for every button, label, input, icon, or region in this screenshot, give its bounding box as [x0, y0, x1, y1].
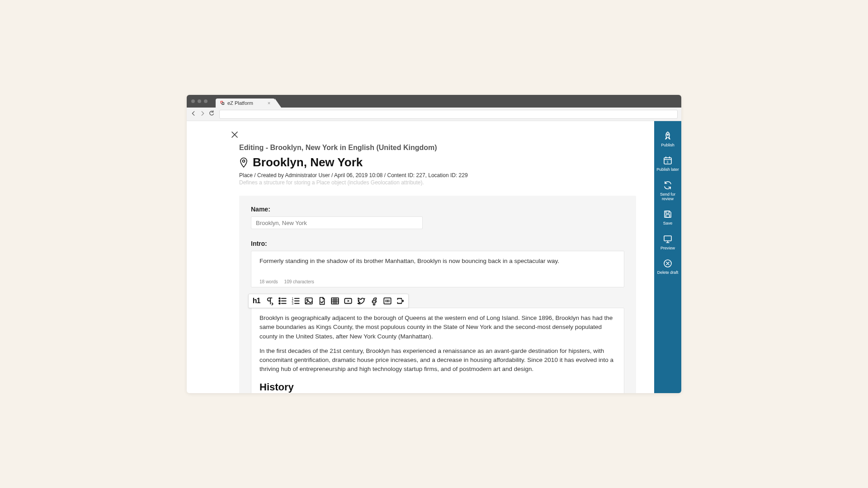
url-input[interactable] — [219, 110, 678, 119]
monitor-icon — [663, 234, 673, 244]
svg-text:3: 3 — [292, 302, 293, 305]
preview-label: Preview — [660, 246, 676, 250]
intro-label: Intro: — [251, 240, 624, 247]
editing-context: Editing - Brooklyn, New York in English … — [239, 144, 636, 152]
close-icon — [230, 130, 239, 139]
name-input[interactable]: Brooklyn, New York — [251, 216, 423, 229]
heading-button[interactable]: h1 — [251, 296, 261, 306]
svg-rect-19 — [664, 236, 671, 241]
publish-later-button[interactable]: 3 Publish later — [654, 155, 681, 172]
window-dot — [198, 99, 201, 103]
content-wrap: Editing - Brooklyn, New York in English … — [239, 144, 636, 393]
tab-title: eZ Platform — [227, 100, 253, 106]
app-frame: Editing - Brooklyn, New York in English … — [187, 121, 681, 393]
delete-icon — [663, 258, 673, 268]
intro-editor[interactable]: Formerly standing in the shadow of its b… — [251, 251, 624, 287]
svg-point-2 — [243, 160, 245, 162]
intro-counts: 18 words 109 characters — [259, 279, 616, 284]
tab-slope — [275, 99, 281, 108]
svg-rect-18 — [666, 215, 670, 217]
richtext-toolbar: h1 123 — [248, 294, 409, 308]
publish-later-label: Publish later — [656, 167, 680, 172]
svg-point-14 — [667, 134, 669, 136]
name-input-value: Brooklyn, New York — [256, 220, 307, 226]
browser-tab[interactable]: eZ Platform × — [216, 99, 275, 108]
svg-point-4 — [279, 300, 280, 302]
send-review-label: Send for review — [654, 192, 681, 202]
browser-window: eZ Platform × Editing - Brooklyn, New Yo… — [187, 95, 681, 393]
content-meta: Place / Created by Administrator User / … — [239, 172, 636, 178]
twitter-icon[interactable] — [356, 296, 366, 306]
window-dot — [204, 99, 208, 103]
save-button[interactable]: Save — [654, 209, 681, 225]
nav-back-icon[interactable] — [190, 110, 197, 118]
nav-forward-icon[interactable] — [199, 110, 206, 118]
body-editor[interactable]: Brooklyn is geographically adjacent to t… — [251, 308, 624, 393]
refresh-icon — [663, 180, 673, 190]
svg-point-5 — [279, 303, 280, 304]
youtube-icon[interactable] — [343, 296, 353, 306]
facebook-icon[interactable] — [369, 296, 379, 306]
field-panel: Name: Brooklyn, New York Intro: Formerly… — [239, 196, 636, 393]
numbered-list-icon[interactable]: 123 — [291, 296, 301, 306]
table-icon[interactable] — [330, 296, 340, 306]
calendar-icon: 3 — [663, 155, 673, 165]
svg-rect-17 — [666, 211, 669, 213]
window-controls — [191, 95, 216, 108]
send-review-button[interactable]: Send for review — [654, 180, 681, 202]
preview-button[interactable]: Preview — [654, 234, 681, 250]
intro-text: Formerly standing in the shadow of its b… — [259, 258, 616, 273]
browser-addressbar — [187, 108, 681, 121]
publish-button[interactable]: Publish — [654, 131, 681, 147]
nav-reload-icon[interactable] — [208, 110, 215, 118]
main-content: Editing - Brooklyn, New York in English … — [187, 121, 654, 393]
body-paragraph: In the first decades of the 21st century… — [259, 347, 616, 374]
svg-rect-11 — [331, 298, 338, 304]
body-heading: History — [259, 380, 616, 394]
name-label: Name: — [251, 206, 624, 213]
insert-icon[interactable] — [396, 296, 406, 306]
save-icon — [663, 209, 673, 219]
paragraph-icon[interactable] — [264, 296, 274, 306]
save-label: Save — [662, 221, 674, 225]
bullet-list-icon[interactable] — [278, 296, 288, 306]
svg-text:3: 3 — [667, 160, 669, 164]
image-icon[interactable] — [304, 296, 314, 306]
page-title: Brooklyn, New York — [253, 155, 363, 169]
favicon-icon — [220, 101, 225, 105]
rocket-icon — [663, 131, 673, 141]
intro-word-count: 18 words — [259, 279, 278, 284]
embed-icon[interactable] — [382, 296, 392, 306]
window-dot — [191, 99, 195, 103]
content-type-desc: Defines a structure for storing a Place … — [239, 179, 636, 186]
browser-tabbar: eZ Platform × — [187, 95, 681, 108]
body-paragraph: Brooklyn is geographically adjacent to t… — [259, 314, 616, 341]
location-pin-icon — [239, 157, 248, 168]
publish-label: Publish — [660, 143, 675, 147]
svg-rect-1 — [222, 103, 224, 104]
svg-point-3 — [279, 298, 280, 299]
close-editor-button[interactable] — [230, 130, 239, 139]
title-row: Brooklyn, New York — [239, 155, 636, 169]
intro-char-count: 109 characters — [284, 279, 314, 284]
action-sidebar: Publish 3 Publish later Send for review … — [654, 121, 681, 393]
delete-draft-label: Delete draft — [656, 270, 679, 275]
tab-close-icon[interactable]: × — [268, 100, 270, 106]
file-icon[interactable] — [317, 296, 327, 306]
svg-point-10 — [307, 299, 308, 300]
delete-draft-button[interactable]: Delete draft — [654, 258, 681, 275]
